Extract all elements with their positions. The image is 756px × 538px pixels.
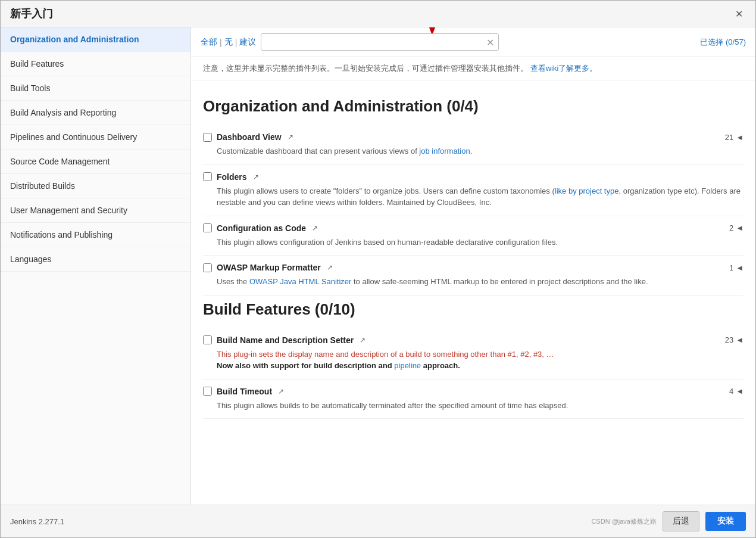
sidebar-item-distributed[interactable]: Distributed Builds: [1, 174, 190, 198]
external-link-icon-build-timeout[interactable]: ↗: [278, 387, 284, 396]
install-button[interactable]: 安装: [705, 512, 746, 531]
plugin-checkbox-config-as-code[interactable]: [203, 223, 212, 232]
plugin-desc-config-as-code: This plugin allows configuration of Jenk…: [217, 237, 743, 248]
plugin-desc-owasp: Uses the OWASP Java HTML Sanitizer to al…: [217, 276, 743, 288]
sidebar-item-notifications[interactable]: Notifications and Publishing: [1, 223, 190, 247]
notice-bar: 注意，这里并未显示完整的插件列表。一旦初始安装完成后，可通过插件管理器安装其他插…: [191, 57, 755, 80]
sidebar-item-languages[interactable]: Languages: [1, 247, 190, 272]
main-layout: Organization and Administration Build Fe…: [1, 27, 755, 505]
sidebar-item-org-admin[interactable]: Organization and Administration: [1, 27, 190, 52]
plugin-count-config-as-code: 2 ◄: [729, 223, 743, 232]
filter-suggested[interactable]: 建议: [239, 37, 256, 48]
plugin-header-dashboard: Dashboard View ↗ 21 ◄: [203, 132, 743, 142]
plugin-count-owasp: 1 ◄: [729, 263, 743, 272]
search-box: ✕: [261, 33, 499, 51]
plugin-header-folders: Folders ↗: [203, 172, 743, 182]
section-title-build-features: Build Features (0/10): [203, 300, 743, 319]
notice-link[interactable]: 查看wiki了解更多。: [530, 64, 598, 73]
plugin-checkbox-build-name-setter[interactable]: [203, 335, 212, 344]
plugin-header-build-timeout: Build Timeout ↗ 4 ◄: [203, 387, 743, 396]
plugin-header-build-name-setter: Build Name and Description Setter ↗ 23 ◄: [203, 335, 743, 345]
plugin-desc-build-name-setter: This plug-in sets the display name and d…: [217, 349, 743, 372]
separator-2: |: [235, 38, 238, 47]
plugin-checkbox-build-timeout[interactable]: [203, 387, 212, 396]
plugin-name-build-timeout: Build Timeout: [217, 387, 272, 396]
bottom-bar: Jenkins 2.277.1 CSDN @java修炼之路 后退 安装: [1, 505, 755, 537]
plugin-name-config-as-code: Configuration as Code: [217, 223, 306, 233]
plugin-item-dashboard: Dashboard View ↗ 21 ◄ Customizable dashb…: [203, 125, 743, 165]
plugin-item-folders: Folders ↗ This plugin allows users to cr…: [203, 165, 743, 216]
plugin-desc-folders: This plugin allows users to create "fold…: [217, 185, 743, 209]
plugin-checkbox-owasp[interactable]: [203, 263, 212, 272]
notice-text: 注意，这里并未显示完整的插件列表。一旦初始安装完成后，可通过插件管理器安装其他插…: [203, 64, 528, 73]
plugin-item-owasp: OWASP Markup Formatter ↗ 1 ◄ Uses the OW…: [203, 256, 743, 296]
external-link-icon-folders[interactable]: ↗: [253, 173, 259, 181]
sidebar-item-build-tools[interactable]: Build Tools: [1, 76, 190, 101]
filter-selected[interactable]: 无: [224, 37, 233, 48]
sidebar-item-source-code[interactable]: Source Code Management: [1, 150, 190, 174]
separator-1: |: [220, 38, 222, 47]
watermark: CSDN @java修炼之路: [591, 517, 657, 526]
plugin-item-build-timeout: Build Timeout ↗ 4 ◄ This plugin allows b…: [203, 380, 743, 419]
plugin-list: Organization and Administration (0/4) Da…: [191, 80, 755, 505]
sidebar-item-user-mgmt[interactable]: User Management and Security: [1, 198, 190, 223]
plugin-name-build-name-setter: Build Name and Description Setter: [217, 335, 354, 345]
filter-tabs: 全部 | 无 | 建议: [201, 37, 256, 48]
external-link-icon-dashboard[interactable]: ↗: [288, 133, 293, 141]
plugin-header-owasp: OWASP Markup Formatter ↗ 1 ◄: [203, 263, 743, 272]
external-link-icon-build-name-setter[interactable]: ↗: [360, 336, 365, 344]
filter-all[interactable]: 全部: [201, 37, 217, 48]
plugin-desc-build-timeout: This plugin allows builds to be automati…: [217, 400, 743, 412]
plugin-name-dashboard: Dashboard View: [217, 132, 282, 142]
plugin-desc-dashboard: Customizable dashboard that can present …: [217, 145, 743, 157]
plugin-item-config-as-code: Configuration as Code ↗ 2 ◄ This plugin …: [203, 216, 743, 256]
plugin-count-build-timeout: 4 ◄: [729, 387, 743, 396]
plugin-header-config-as-code: Configuration as Code ↗ 2 ◄: [203, 223, 743, 233]
plugin-item-build-name-setter: Build Name and Description Setter ↗ 23 ◄…: [203, 328, 743, 380]
plugin-checkbox-dashboard[interactable]: [203, 133, 212, 142]
sidebar-item-build-features[interactable]: Build Features: [1, 52, 190, 76]
plugin-count-build-name-setter: 23 ◄: [725, 335, 743, 344]
search-input[interactable]: [261, 33, 499, 51]
plugin-name-folders: Folders: [217, 172, 247, 182]
content-area: 全部 | 无 | 建议 ✕ 已选择 (0/57) 注意，这里并未显示完整的插件列…: [191, 27, 755, 505]
external-link-icon-owasp[interactable]: ↗: [327, 263, 333, 272]
sidebar: Organization and Administration Build Fe…: [1, 27, 191, 505]
bottom-actions: CSDN @java修炼之路 后退 安装: [591, 511, 746, 531]
section-title-org-admin: Organization and Administration (0/4): [203, 97, 743, 116]
plugin-checkbox-folders[interactable]: [203, 172, 212, 181]
sidebar-item-build-analysis[interactable]: Build Analysis and Reporting: [1, 101, 190, 125]
plugin-name-owasp: OWASP Markup Formatter: [217, 263, 321, 272]
sidebar-item-pipelines[interactable]: Pipelines and Continuous Delivery: [1, 125, 190, 150]
main-window: 新手入门 ✕ Organization and Administration B…: [0, 0, 756, 538]
external-link-icon-config-as-code[interactable]: ↗: [312, 224, 318, 232]
selection-info: 已选择 (0/57): [700, 37, 746, 48]
cancel-button[interactable]: 后退: [663, 511, 699, 531]
close-button[interactable]: ✕: [732, 7, 746, 21]
version-text: Jenkins 2.277.1: [10, 517, 64, 526]
filter-bar: 全部 | 无 | 建议 ✕ 已选择 (0/57): [191, 27, 755, 57]
search-clear-icon[interactable]: ✕: [486, 36, 494, 48]
window-title: 新手入门: [10, 7, 53, 21]
title-bar: 新手入门 ✕: [1, 1, 755, 27]
plugin-count-dashboard: 21 ◄: [725, 133, 743, 142]
